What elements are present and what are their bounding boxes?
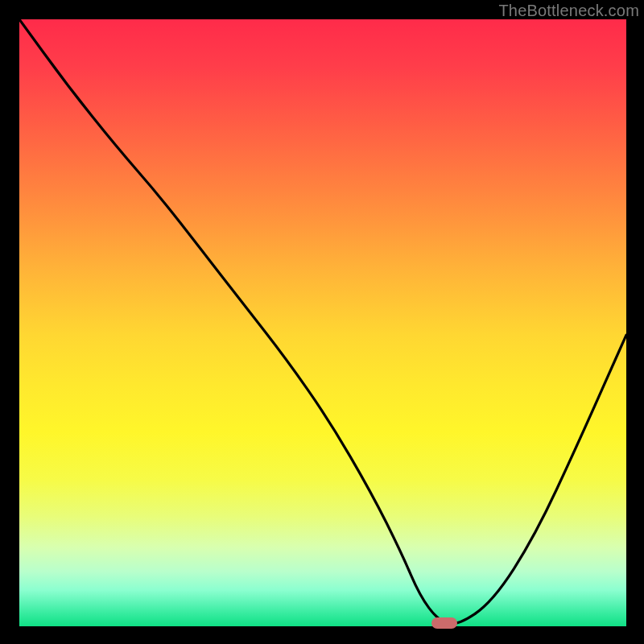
watermark-text: TheBottleneck.com bbox=[498, 2, 639, 20]
bottleneck-chart: TheBottleneck.com bbox=[0, 0, 644, 644]
optimum-marker bbox=[431, 617, 457, 629]
plot-area bbox=[19, 19, 626, 626]
bottleneck-curve-path bbox=[19, 19, 626, 624]
curve-layer bbox=[19, 19, 626, 626]
